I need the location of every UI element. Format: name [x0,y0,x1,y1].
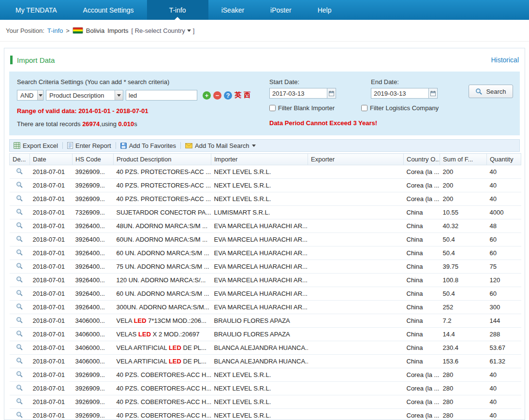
detail-magnifier-icon[interactable] [16,384,23,391]
column-header[interactable]: Country O... [404,154,440,165]
column-header[interactable]: Exporter [308,154,404,165]
detail-magnifier-icon[interactable] [16,330,23,337]
checkbox-icon[interactable] [269,105,276,111]
filter-blank-importer-checkbox[interactable]: Filter Blank Importer [269,104,335,112]
detail-magnifier-icon[interactable] [16,303,23,310]
keyword-input[interactable] [126,90,197,101]
add-to-favorites-button[interactable]: Add To Favorites [120,142,176,149]
column-header[interactable]: Sum of F... [440,154,487,165]
cell-hs-code: 3926400... [73,260,114,274]
table-row: 2018-07-013926400...60 UN. ADORNO MARCA:… [10,287,521,301]
period-warning: Data Period Cannot Exceed 3 Years! [269,119,377,127]
detail-magnifier-icon[interactable] [16,344,23,351]
cell-country-origin: Corea (la ... [404,179,440,192]
cell-importer: NEXT LEVEL S.R.L. [211,368,308,382]
table-row: 2018-07-013926909...40 PZS. COBERTORES-A… [10,409,521,420]
cell-hs-code: 3406000... [73,314,114,328]
cell-hs-code: 3406000... [73,328,114,341]
historical-link[interactable]: Historical [491,56,519,64]
help-icon[interactable]: ? [224,91,232,100]
cell-quantity: 288 [487,328,521,341]
table-row: 2018-07-013926400...60 UN. ADORNO MARCA:… [10,246,521,260]
detail-magnifier-icon[interactable] [16,357,23,364]
cell-hs-code: 3926400... [73,219,114,233]
row-detail-cell [10,314,30,328]
breadcrumb: Your Position: T-info > Bolivia Imports … [0,20,529,42]
records-summary: There are total records 26974,using 0.01… [17,120,137,128]
detail-magnifier-icon[interactable] [16,317,23,324]
enter-report-button[interactable]: Enter Report [67,142,111,149]
records-text: There are total records [17,120,82,128]
cell-product-description: 60UN. ADORNO MARCA:S/M ... [114,233,211,246]
top-nav: My TENDATAAccount SettingsT-infoiSeakeri… [0,0,529,20]
filter-logistics-company-checkbox[interactable]: Filter Logistics Company [361,104,439,112]
cell-quantity: 40 [487,368,521,382]
lang-spanish-icon[interactable]: 西 [244,91,250,100]
column-header[interactable]: HS Code [73,154,114,165]
detail-magnifier-icon[interactable] [16,222,23,229]
nav-item-account-settings[interactable]: Account Settings [70,0,147,20]
nav-item-iposter[interactable]: iPoster [257,0,305,20]
cell-product-description: 40 PZS. COBERTORES-ACC H... [114,382,211,395]
detail-magnifier-icon[interactable] [16,411,23,419]
boolean-operator-select[interactable]: AND [17,90,44,101]
cell-country-origin: China [404,206,440,219]
reselect-label: [ Re-select Country [132,27,185,34]
detail-magnifier-icon[interactable] [16,235,23,243]
detail-magnifier-icon[interactable] [16,276,23,283]
remove-criteria-icon[interactable]: − [213,91,221,100]
cell-date: 2018-07-01 [30,246,73,260]
cell-product-description: VELA ARTIFICIAL LED DE PL... [114,355,211,368]
cell-exporter [308,382,404,395]
column-header[interactable]: Quantity [487,154,521,165]
column-header[interactable]: Product Description [114,154,211,165]
detail-magnifier-icon[interactable] [16,371,23,378]
cell-date: 2018-07-01 [30,328,73,341]
checkbox-icon[interactable] [361,105,367,111]
cell-country-origin: Corea (la ... [404,368,440,382]
column-header[interactable]: De... [10,154,30,165]
cell-quantity: 53.67 [487,341,521,355]
detail-magnifier-icon[interactable] [16,262,23,270]
end-date-input[interactable] [371,88,429,99]
export-excel-button[interactable]: Export Excel [14,142,58,149]
start-date-input[interactable] [269,88,327,99]
breadcrumb-link-tinfo[interactable]: T-info [47,27,63,34]
cell-date: 2018-07-01 [30,368,73,382]
cell-sum: 100.8 [440,274,487,287]
detail-magnifier-icon[interactable] [16,398,23,405]
cell-hs-code: 3406000... [73,341,114,355]
nav-item-my-tendata[interactable]: My TENDATA [2,0,70,20]
add-criteria-icon[interactable]: + [203,91,211,100]
lang-english-icon[interactable]: 英 [235,91,241,100]
column-header[interactable]: Importer [211,154,308,165]
nav-item-help[interactable]: Help [305,0,345,20]
detail-magnifier-icon[interactable] [16,181,23,188]
nav-item-iseaker[interactable]: iSeaker [208,0,257,20]
start-date-calendar-button[interactable] [327,88,336,99]
cell-quantity: 4000 [487,206,521,219]
caret-down-icon [187,29,191,32]
cell-importer: NEXT LEVEL S.R.L. [211,179,308,192]
table-row: 2018-07-013926400...75 UN. ADORNO MARCA:… [10,260,521,274]
nav-item-t-info[interactable]: T-info [147,0,208,20]
column-header[interactable]: Date [30,154,73,165]
main-content-panel: Import Data Historical Search Criteria S… [4,48,525,420]
breadcrumb-separator: > [66,27,70,34]
detail-magnifier-icon[interactable] [16,208,23,216]
reselect-country-button[interactable]: [ Re-select Country ] [132,27,195,34]
detail-magnifier-icon[interactable] [16,249,23,256]
search-button[interactable]: Search [469,85,513,98]
row-detail-cell [10,301,30,314]
cell-quantity: 60 [487,287,521,301]
row-detail-cell [10,274,30,287]
cell-sum: 50.4 [440,246,487,260]
search-field-select[interactable]: Product Description [46,90,123,101]
toolbar-separator [62,142,63,149]
end-date-calendar-button[interactable] [429,88,438,99]
add-to-mail-search-button[interactable]: Add To Mail Search [185,142,256,149]
detail-magnifier-icon[interactable] [16,168,23,175]
cell-sum: 280 [440,409,487,420]
detail-magnifier-icon[interactable] [16,195,23,202]
detail-magnifier-icon[interactable] [16,290,23,297]
